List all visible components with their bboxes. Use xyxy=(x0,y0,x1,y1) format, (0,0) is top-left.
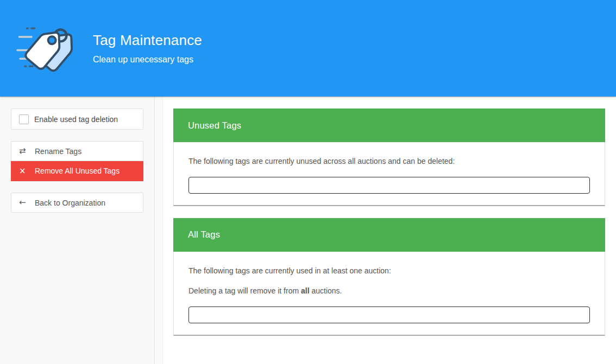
all-tags-description: The following tags are currently used in… xyxy=(188,266,590,276)
all-tags-panel-title: All Tags xyxy=(188,229,220,240)
all-tags-input[interactable] xyxy=(188,306,590,323)
tags-icon xyxy=(16,21,74,75)
tag-actions-group: ⇄ Rename Tags × Remove All Unused Tags xyxy=(11,141,143,181)
unused-tags-description: The following tags are currently unused … xyxy=(188,157,590,166)
unused-tags-panel: Unused Tags The following tags are curre… xyxy=(173,108,605,206)
all-tags-delete-note: Deleting a tag will remove it from all a… xyxy=(188,286,590,296)
all-tags-panel-body: The following tags are currently used in… xyxy=(173,252,605,336)
app-header: Tag Maintenance Clean up unecessary tags xyxy=(0,0,616,97)
enable-used-tag-deletion-option[interactable]: Enable used tag deletion xyxy=(11,108,143,130)
unused-tags-input[interactable] xyxy=(188,177,590,194)
page-title: Tag Maintenance xyxy=(93,32,202,49)
remove-all-unused-tags-button[interactable]: × Remove All Unused Tags xyxy=(11,161,143,181)
rename-tags-label: Rename Tags xyxy=(35,147,81,156)
back-to-organization-button[interactable]: ← Back to Organization xyxy=(11,193,143,213)
page-subtitle: Clean up unecessary tags xyxy=(93,55,202,65)
note-prefix: Deleting a tag will remove it from xyxy=(188,286,301,295)
unused-tags-panel-title: Unused Tags xyxy=(188,120,241,131)
close-icon: × xyxy=(19,167,30,175)
note-suffix: auctions. xyxy=(310,286,342,295)
enable-used-tag-deletion-label: Enable used tag deletion xyxy=(34,115,118,124)
back-to-organization-label: Back to Organization xyxy=(35,199,105,207)
all-tags-panel: All Tags The following tags are currentl… xyxy=(173,218,605,336)
remove-all-unused-tags-label: Remove All Unused Tags xyxy=(35,167,120,175)
sidebar: Enable used tag deletion ⇄ Rename Tags ×… xyxy=(0,97,155,364)
all-tags-panel-header: All Tags xyxy=(173,218,605,252)
main-content: Unused Tags The following tags are curre… xyxy=(163,97,616,364)
back-arrow-icon: ← xyxy=(19,199,30,207)
unused-tags-panel-body: The following tags are currently unused … xyxy=(173,142,605,206)
swap-arrows-icon: ⇄ xyxy=(19,147,30,155)
unused-tags-panel-header: Unused Tags xyxy=(173,108,605,142)
sidebar-gutter xyxy=(155,97,163,364)
rename-tags-button[interactable]: ⇄ Rename Tags xyxy=(11,141,143,161)
note-bold: all xyxy=(301,286,310,295)
enable-used-tag-deletion-checkbox[interactable] xyxy=(19,114,29,124)
